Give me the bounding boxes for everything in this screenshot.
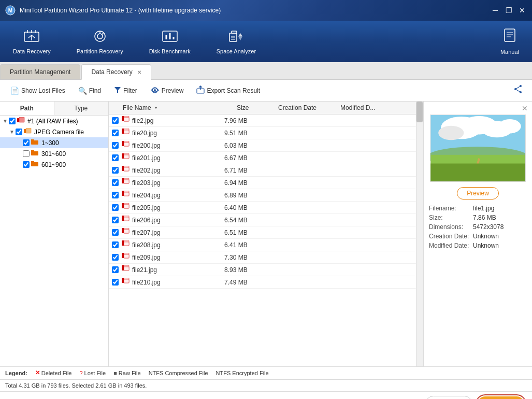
file-icon-3	[122, 153, 130, 162]
tab-close-icon[interactable]: ✕	[137, 69, 141, 75]
table-row[interactable]: file203.jpg 6.94 MB	[109, 177, 416, 189]
file-size-4: 6.71 MB	[220, 167, 262, 174]
file-icon-2	[122, 141, 130, 150]
file-checkbox-1[interactable]	[112, 130, 119, 136]
tree-checkbox-301-600[interactable]	[23, 150, 30, 157]
status-text: Total 4.31 GB in 793 files. Selected 2.6…	[5, 382, 147, 389]
table-row[interactable]: file205.jpg 6.40 MB	[109, 202, 416, 214]
col-header-size[interactable]: Size	[233, 104, 274, 111]
file-checkbox-13[interactable]	[112, 279, 119, 286]
svg-point-26	[154, 89, 156, 91]
tree-checkbox-jpeg[interactable]	[16, 129, 22, 135]
tree-checkbox-all-raw[interactable]	[9, 118, 16, 124]
file-icon-11	[122, 253, 130, 262]
save-button[interactable]: Save	[478, 396, 524, 399]
table-row[interactable]: file209.jpg 7.30 MB	[109, 251, 416, 264]
tree-checkbox-1-300[interactable]	[23, 139, 30, 146]
toolbar-disk-benchmark[interactable]: Disk Benchmark	[141, 26, 198, 57]
legend-ntfs-compressed: NTFS Compressed File	[149, 370, 208, 376]
share-button[interactable]	[509, 82, 527, 98]
tree-item-301-600[interactable]: 301~600	[0, 148, 108, 159]
col-header-filename[interactable]: File Name	[119, 104, 233, 111]
svg-rect-86	[124, 279, 129, 283]
file-checkbox-4[interactable]	[112, 167, 119, 174]
table-row[interactable]: file2.jpg 7.96 MB	[109, 115, 416, 127]
table-row[interactable]: file202.jpg 6.71 MB	[109, 164, 416, 177]
tree-item-all-raw[interactable]: ▼ #1 (All RAW Files)	[0, 116, 108, 126]
file-checkbox-8[interactable]	[112, 217, 119, 223]
data-recovery-label: Data Recovery	[13, 48, 51, 54]
tab-data-recovery[interactable]: Data Recovery ✕	[81, 64, 151, 80]
table-row[interactable]: file207.jpg 6.51 MB	[109, 226, 416, 239]
partition-recovery-icon	[92, 29, 108, 46]
export-icon	[196, 86, 205, 95]
show-lost-files-icon: 📄	[10, 87, 19, 95]
preview-full-button[interactable]: Preview	[457, 187, 499, 200]
tree-item-601-900[interactable]: 601~900	[0, 159, 108, 170]
toolbar-space-analyzer[interactable]: Space Analyzer	[209, 26, 264, 57]
restore-button[interactable]: ❐	[504, 6, 513, 15]
file-name-9: file207.jpg	[132, 229, 220, 236]
preview-close-button[interactable]: ✕	[522, 104, 528, 112]
file-name-6: file204.jpg	[132, 192, 220, 199]
manual-icon	[502, 28, 517, 46]
table-row[interactable]: file208.jpg 6.41 MB	[109, 239, 416, 251]
table-row[interactable]: file200.jpg 6.03 MB	[109, 139, 416, 152]
filter-button[interactable]: Filter	[109, 84, 142, 97]
filter-icon	[114, 86, 121, 95]
scrollbar[interactable]	[416, 102, 423, 366]
svg-rect-37	[26, 128, 31, 133]
svg-line-32	[515, 86, 521, 89]
panel-tab-path[interactable]: Path	[0, 102, 54, 115]
table-row[interactable]: file206.jpg 6.54 MB	[109, 214, 416, 226]
panel-tab-type[interactable]: Type	[54, 102, 109, 115]
file-name-5: file203.jpg	[132, 179, 220, 187]
svg-rect-65	[124, 192, 129, 196]
file-checkbox-11[interactable]	[112, 254, 119, 261]
tree-item-jpeg-camera[interactable]: ▼ JPEG Camera file	[0, 126, 108, 137]
svg-rect-20	[505, 29, 515, 41]
table-row[interactable]: file201.jpg 6.67 MB	[109, 152, 416, 164]
svg-rect-56	[124, 155, 129, 159]
space-analyzer-label: Space Analyzer	[217, 48, 256, 54]
tree-checkbox-601-900[interactable]	[23, 161, 30, 168]
scroll-thumb[interactable]	[416, 102, 423, 122]
file-checkbox-7[interactable]	[112, 204, 119, 211]
export-scan-result-button[interactable]: Export Scan Result	[191, 83, 265, 97]
tab-partition-management[interactable]: Partition Management	[0, 64, 80, 79]
toolbar-data-recovery[interactable]: Data Recovery	[5, 26, 59, 57]
svg-rect-71	[124, 217, 129, 221]
file-checkbox-2[interactable]	[112, 142, 119, 149]
table-row[interactable]: file210.jpg 7.49 MB	[109, 276, 416, 289]
close-button[interactable]: ✕	[517, 6, 527, 15]
minimize-button[interactable]: ─	[491, 6, 500, 15]
svg-point-92	[498, 119, 521, 134]
app-logo-icon: M	[5, 5, 16, 16]
find-button[interactable]: 🔍 Find	[73, 84, 106, 97]
toolbar-partition-recovery[interactable]: Partition Recovery	[69, 26, 131, 57]
table-row[interactable]: file20.jpg 9.51 MB	[109, 127, 416, 139]
file-checkbox-3[interactable]	[112, 154, 119, 161]
svg-rect-95	[430, 164, 525, 181]
file-size-0: 7.96 MB	[220, 117, 262, 124]
tree-item-1-300[interactable]: 1~300	[0, 137, 108, 148]
tree-icon-jpeg	[24, 128, 32, 136]
legend-label: Legend:	[5, 370, 27, 376]
file-checkbox-9[interactable]	[112, 229, 119, 236]
preview-button[interactable]: Preview	[145, 84, 189, 97]
panel-header: Path Type	[0, 102, 108, 116]
show-lost-files-button[interactable]: 📄 Show Lost Files	[5, 84, 70, 97]
table-row[interactable]: file204.jpg 6.89 MB	[109, 189, 416, 202]
file-checkbox-10[interactable]	[112, 241, 119, 248]
file-checkbox-5[interactable]	[112, 179, 119, 186]
toolbar-manual[interactable]: Manual	[493, 25, 527, 58]
file-checkbox-0[interactable]	[112, 117, 119, 124]
back-button[interactable]: Back	[425, 396, 472, 399]
file-checkbox-12[interactable]	[112, 266, 119, 273]
svg-rect-77	[124, 242, 129, 246]
col-header-creation[interactable]: Creation Date	[274, 104, 336, 111]
table-row[interactable]: file21.jpg 8.93 MB	[109, 264, 416, 276]
file-checkbox-6[interactable]	[112, 192, 119, 198]
space-analyzer-icon	[228, 29, 245, 46]
col-header-modified[interactable]: Modified D...	[336, 104, 388, 111]
